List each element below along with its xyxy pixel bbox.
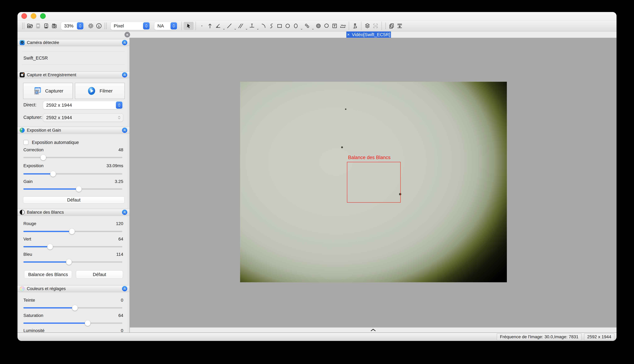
contrast-icon (20, 210, 25, 215)
white-balance-button[interactable]: Balance des Blancs (24, 270, 72, 278)
auto-exposure-checkbox[interactable] (24, 140, 28, 145)
toolbar-drag-handle[interactable] (385, 23, 386, 29)
collapse-panel-button[interactable] (122, 40, 127, 45)
chevron-down-icon[interactable]: ⌄ (245, 26, 248, 31)
timed-capture-icon[interactable] (50, 22, 58, 30)
auto-exposure-label: Exposition automatique (32, 140, 79, 145)
panel-header-exposure[interactable]: Exposition et Gain (18, 127, 130, 134)
exposure-slider[interactable] (24, 171, 122, 177)
close-window-button[interactable] (21, 13, 27, 19)
zoom-level-select[interactable]: 33% (61, 22, 84, 30)
collapse-panel-button[interactable] (122, 72, 127, 78)
white-balance-roi[interactable] (347, 162, 400, 202)
chevron-down-icon[interactable]: ⌄ (234, 26, 236, 31)
snap-resolution-select[interactable]: 2592 x 1944 (43, 114, 123, 122)
slider-thumb[interactable] (85, 320, 90, 326)
exposure-default-button[interactable]: Défaut (23, 196, 124, 203)
panel-header-capture[interactable]: Capture et Enregistrement (18, 72, 130, 78)
chevron-down-icon[interactable]: ⌄ (222, 26, 225, 31)
capture-button[interactable]: Capturer (23, 83, 73, 99)
correction-slider[interactable] (24, 155, 122, 160)
arrow-tool[interactable] (206, 22, 214, 30)
point-tool[interactable] (198, 22, 206, 30)
zoom-window-button[interactable] (40, 13, 46, 19)
correction-value: 48 (118, 148, 123, 152)
toolbar-separator (181, 22, 182, 30)
sidebar-collapse-button[interactable]: « (124, 32, 130, 38)
csv-export-icon[interactable]: CSV (372, 22, 380, 30)
stepper-icon[interactable] (143, 22, 150, 30)
layers-tool[interactable] (363, 22, 372, 30)
divider (22, 65, 125, 65)
slider-thumb[interactable] (50, 171, 56, 177)
gain-slider[interactable] (24, 186, 122, 192)
parallel-tool[interactable] (237, 22, 245, 30)
collapse-panel-button[interactable] (122, 210, 127, 215)
slider-thumb[interactable] (69, 229, 75, 234)
red-slider[interactable] (24, 229, 122, 234)
rectangle-tool[interactable] (276, 22, 284, 30)
slider-row: Correction 48 (24, 147, 123, 152)
tab-video[interactable]: × Vidéo[Swift_EC5R] (346, 32, 391, 38)
na-select[interactable]: NA (154, 22, 178, 30)
pointer-tool[interactable] (184, 22, 194, 30)
toolbar-drag-handle[interactable] (22, 23, 24, 29)
panel-header-camera[interactable]: Caméra détectée (18, 39, 130, 46)
ellipse-tool[interactable] (292, 22, 300, 30)
stepper-icon[interactable] (170, 22, 177, 30)
open-folder-icon[interactable] (26, 22, 34, 30)
unit-value: Pixel (114, 23, 142, 28)
line-tool[interactable] (225, 22, 234, 30)
blue-slider[interactable] (24, 259, 122, 265)
chevron-down-icon[interactable]: ⌄ (300, 26, 303, 31)
collapse-panel-button[interactable] (122, 286, 127, 291)
green-slider[interactable] (24, 244, 122, 250)
bottom-panel-toggle[interactable] (130, 328, 616, 332)
export-tool[interactable] (396, 22, 404, 30)
info-icon[interactable] (95, 22, 103, 30)
annulus-tool[interactable] (314, 22, 322, 30)
burst-capture-icon[interactable] (42, 22, 50, 30)
live-resolution-select[interactable]: 2592 x 1944 (43, 101, 123, 109)
hue-slider[interactable] (24, 305, 122, 311)
toolbar-separator (361, 22, 362, 30)
chevron-down-icon[interactable]: ⌄ (312, 26, 314, 31)
caliper-tool[interactable] (351, 22, 359, 30)
wb-default-button[interactable]: Défaut (76, 270, 123, 278)
stepper-icon[interactable] (116, 102, 122, 109)
slider-thumb[interactable] (72, 305, 78, 311)
settings-gear-icon[interactable] (87, 22, 95, 30)
panel-header-white-balance[interactable]: Balance des Blancs (18, 209, 130, 216)
slider-thumb[interactable] (76, 186, 82, 192)
tab-close-icon[interactable]: × (347, 32, 350, 37)
red-label: Rouge (24, 221, 36, 226)
live-microscope-view[interactable]: Balance des Blancs (240, 82, 507, 282)
chevron-down-icon[interactable]: ⌄ (256, 26, 259, 31)
panel-header-color[interactable]: Couleurs et réglages (18, 286, 130, 292)
tab-label: Vidéo[Swift_EC5R] (352, 32, 390, 37)
text-tool[interactable] (330, 22, 339, 30)
polygon-tool[interactable] (322, 22, 330, 30)
minimize-window-button[interactable] (31, 13, 36, 19)
toolbar-drag-handle[interactable] (104, 23, 107, 29)
circle-tool[interactable] (284, 22, 292, 30)
curve-tool[interactable] (268, 22, 276, 30)
video-canvas[interactable]: Balance des Blancs (130, 38, 616, 332)
slider-thumb[interactable] (47, 244, 53, 250)
record-button[interactable]: Filmer (75, 83, 125, 99)
resolution-cell: 2592 x 1944 (584, 334, 614, 340)
linked-circles-tool[interactable] (303, 22, 311, 30)
stepper-icon[interactable] (77, 22, 84, 30)
copy-tool[interactable] (388, 22, 396, 30)
camera-device-item[interactable]: Swift_EC5R (24, 56, 48, 61)
unit-select[interactable]: Pixel (110, 22, 150, 30)
collapse-panel-button[interactable] (122, 128, 127, 133)
arc-tool[interactable] (259, 22, 268, 30)
scalebar-tool[interactable]: 10um (339, 22, 347, 30)
angle-tool[interactable] (214, 22, 222, 30)
slider-thumb[interactable] (40, 155, 46, 160)
perpendicular-tool[interactable] (248, 22, 256, 30)
slider-thumb[interactable] (66, 259, 72, 265)
saturation-slider[interactable] (24, 320, 122, 326)
save-icon[interactable] (34, 22, 42, 30)
